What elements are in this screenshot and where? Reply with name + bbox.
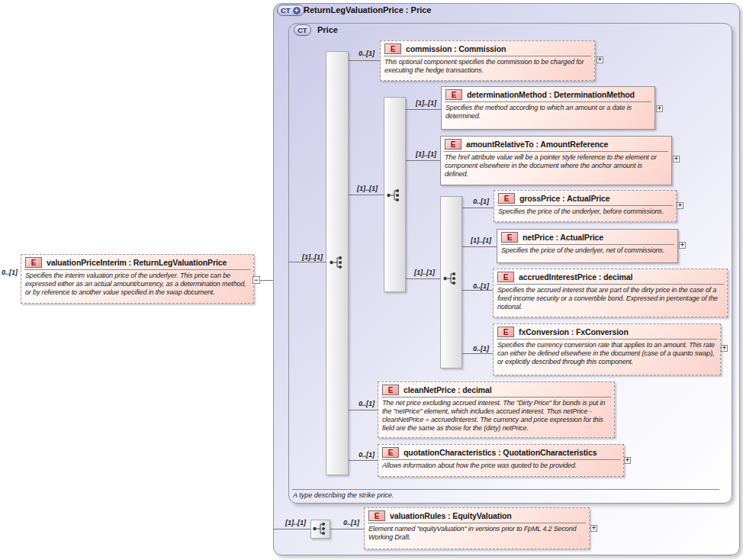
element-annotation: The href attribute value will be a point… <box>441 152 671 180</box>
element-icon: E <box>384 43 401 54</box>
element-icon: E <box>368 510 385 521</box>
element-grossPrice[interactable]: E grossPrice : ActualPrice Specifies the… <box>494 190 677 222</box>
element-icon: E <box>445 139 462 150</box>
element-icon: E <box>382 447 399 458</box>
cardinality-label-fxConversion: 0..[1] <box>473 345 489 352</box>
element-annotation: Specifies the method according to which … <box>442 102 655 122</box>
outer-container-title: ReturnLegValuationPrice : Price <box>304 5 432 14</box>
connector-rules-seq <box>273 529 310 529</box>
element-valuationRules[interactable]: E valuationRules : EquityValuation Eleme… <box>364 507 590 549</box>
schema-diagram: CT + ReturnLegValuationPrice : Price CT … <box>0 0 743 560</box>
element-quotationCharacteristics[interactable]: E quotationCharacteristics : QuotationCh… <box>378 444 624 477</box>
element-annotation: Specifies the price of the underlyer, be… <box>494 206 676 217</box>
connector-accruedInterestPrice <box>462 290 493 291</box>
connector-cleanNetPrice <box>349 410 378 410</box>
connector-fxConversion <box>462 353 493 354</box>
element-annotation: Specifies the interim valuation price of… <box>21 270 253 298</box>
element-title: grossPrice : ActualPrice <box>519 194 610 203</box>
element-icon: E <box>382 385 399 395</box>
collapse-icon[interactable]: − <box>252 276 260 284</box>
element-annotation: This optional component specifies the co… <box>381 56 594 76</box>
cardinality-label-cleanNetPrice: 0..[1] <box>359 400 375 407</box>
sequence-icon <box>386 188 403 203</box>
cardinality-label-outer-seq: [1]..[1] <box>302 253 323 261</box>
cardinality-label-valuationRules: 0..[1] <box>343 519 359 526</box>
sequence-icon <box>312 521 329 536</box>
element-title: commission : Commission <box>406 44 506 53</box>
element-title: cleanNetPrice : decimal <box>404 385 492 394</box>
ct-badge-label: CT <box>298 26 307 34</box>
cardinality-label-rules-seq: [1]..[1] <box>285 519 306 526</box>
connector-netPrice <box>462 246 497 247</box>
element-title: valuationRules : EquityValuation <box>390 511 512 520</box>
element-fxConversion[interactable]: E fxConversion : FxConversion Specifies … <box>493 323 721 375</box>
element-annotation: Specifies the accrued interest that are … <box>494 285 727 313</box>
element-amountRelativeTo[interactable]: E amountRelativeTo : AmountReference The… <box>440 136 672 185</box>
expand-icon-grossPrice[interactable]: + <box>677 202 683 209</box>
connector-valuationRules <box>330 529 364 529</box>
element-icon: E <box>25 257 42 268</box>
element-netPrice[interactable]: E netPrice : ActualPrice Specifies the p… <box>497 229 678 263</box>
connector-inner-seq <box>406 278 440 279</box>
element-title: determinationMethod : DeterminationMetho… <box>467 90 635 99</box>
element-commission[interactable]: E commission : Commission This optional … <box>380 40 595 81</box>
expand-icon-amountRelativeTo[interactable]: + <box>673 156 680 163</box>
element-icon: E <box>501 232 518 243</box>
element-icon: E <box>445 89 462 100</box>
cardinality-label-choice-seq: [1]..[1] <box>357 185 378 192</box>
element-title: fxConversion : FxConversion <box>519 327 629 336</box>
element-annotation: The net price excluding accrued interest… <box>378 397 614 434</box>
element-title: amountRelativeTo : AmountReference <box>466 140 608 149</box>
element-valuationPriceInterim[interactable]: E valuationPriceInterim : ReturnLegValua… <box>21 254 254 304</box>
element-annotation: Specifies the price of the underlyer, ne… <box>497 245 677 256</box>
expand-icon-valuationRules[interactable]: + <box>590 525 597 532</box>
inner-container-title: Price <box>317 25 338 34</box>
connector-choice-seq <box>349 195 384 195</box>
cardinality-label-quotationCharacteristics: 0..[1] <box>359 451 375 459</box>
element-annotation: Specifies the currency conversion rate t… <box>494 340 720 368</box>
connector-amountRelativeTo <box>406 160 440 161</box>
plus-circle-icon: + <box>293 7 301 14</box>
element-title: valuationPriceInterim : ReturnLegValuati… <box>47 258 227 267</box>
element-cleanNetPrice[interactable]: E cleanNetPrice : decimal The net price … <box>378 381 615 438</box>
ct-badge-label: CT <box>281 6 291 14</box>
sequence-icon <box>329 255 346 270</box>
element-title: quotationCharacteristics : QuotationChar… <box>404 448 597 457</box>
element-icon: E <box>498 193 515 204</box>
cardinality-label-grossPrice: 0..[1] <box>473 198 489 205</box>
expand-icon-determinationMethod[interactable]: + <box>656 105 663 112</box>
cardinality-label-netPrice: [1]..[1] <box>471 237 491 244</box>
connector-root <box>260 280 273 281</box>
footnote-divider <box>292 489 719 490</box>
connector-grossPrice <box>462 208 494 208</box>
expand-icon-fxConversion[interactable]: + <box>721 345 728 352</box>
cardinality-label-inner-seq: [1]..[1] <box>414 269 435 276</box>
element-icon: E <box>497 272 514 282</box>
cardinality-label-commission: 0..[1] <box>359 50 375 57</box>
element-annotation: Allows information about how the price w… <box>378 460 623 471</box>
element-annotation: Element named "equityValuation" in versi… <box>365 523 589 543</box>
connector-quotationCharacteristics <box>349 460 378 461</box>
connector-outer-seq <box>288 262 326 262</box>
cardinality-label-determinationMethod: [1]..[1] <box>416 99 436 107</box>
connector-commission <box>349 60 380 61</box>
element-title: accruedInterestPrice : decimal <box>519 272 632 282</box>
connector-determinationMethod <box>406 109 441 110</box>
sequence-icon <box>442 271 459 286</box>
cardinality-label-root: 0..[1] <box>2 269 18 276</box>
element-determinationMethod[interactable]: E determinationMethod : DeterminationMet… <box>441 86 655 130</box>
cardinality-label-amountRelativeTo: [1]..[1] <box>416 150 436 158</box>
expand-icon-quotationCharacteristics[interactable]: + <box>624 457 631 464</box>
element-title: netPrice : ActualPrice <box>523 233 603 242</box>
cardinality-label-accruedInterestPrice: 0..[1] <box>473 282 489 290</box>
expand-icon-commission[interactable]: + <box>597 56 603 63</box>
ct-badge[interactable]: CT <box>294 24 311 36</box>
ct-plus-badge[interactable]: CT + <box>277 5 304 16</box>
element-accruedInterestPrice[interactable]: E accruedInterestPrice : decimal Specifi… <box>493 269 728 317</box>
element-icon: E <box>497 327 514 337</box>
expand-icon-netPrice[interactable]: + <box>679 242 686 249</box>
type-footnote: A type describing the strike price. <box>293 491 394 499</box>
